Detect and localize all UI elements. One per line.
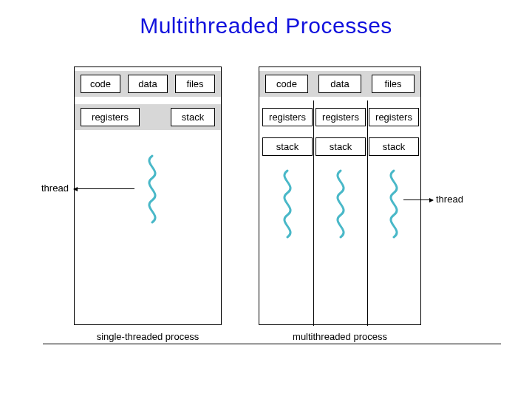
label: stack	[276, 141, 299, 152]
multi-caption: multithreaded process	[259, 331, 421, 342]
single-thread-squiggle-icon	[145, 156, 160, 222]
label: registers	[375, 112, 412, 123]
multi-stack-1: stack	[262, 137, 313, 156]
single-stack-cell: stack	[171, 108, 215, 126]
single-caption: single-threaded process	[74, 331, 222, 342]
label: stack	[330, 141, 352, 152]
label: data	[330, 78, 349, 89]
slide-title: Multithreaded Processes	[0, 0, 532, 44]
multi-vline-1	[313, 100, 314, 326]
label: registers	[92, 112, 129, 123]
multi-thread-label: thread	[436, 194, 463, 205]
multi-files-cell: files	[372, 75, 415, 93]
single-thread-label: thread	[41, 183, 69, 194]
multi-thread-squiggle-1-icon	[280, 171, 295, 237]
label: code	[276, 78, 297, 89]
multi-registers-2: registers	[316, 108, 366, 126]
multi-stack-2: stack	[316, 137, 366, 156]
baseline-rule	[43, 344, 501, 344]
multi-stack-3: stack	[369, 137, 419, 156]
multi-thread-squiggle-3-icon	[386, 171, 401, 237]
multi-code-cell: code	[265, 75, 308, 93]
multi-thread-squiggle-2-icon	[333, 171, 348, 237]
single-registers-cell: registers	[81, 108, 140, 126]
label: registers	[269, 112, 306, 123]
multi-vline-2	[367, 100, 368, 326]
single-code-cell: code	[81, 75, 120, 93]
single-files-cell: files	[175, 75, 215, 93]
multi-process-box: code data files registers registers regi…	[259, 66, 421, 325]
label: files	[384, 78, 401, 89]
label: files	[186, 78, 203, 89]
single-data-cell: data	[128, 75, 168, 93]
diagram-stage: code data files registers stack thread s…	[0, 44, 532, 392]
label: data	[138, 78, 157, 89]
label: stack	[383, 141, 405, 152]
multi-registers-1: registers	[262, 108, 313, 126]
label: stack	[182, 112, 204, 123]
single-thread-arrow-icon	[74, 188, 134, 189]
label: code	[90, 78, 111, 89]
label: registers	[322, 112, 359, 123]
multi-thread-arrow-icon	[403, 200, 433, 200]
single-process-box: code data files registers stack	[74, 66, 222, 325]
multi-registers-3: registers	[369, 108, 419, 126]
multi-data-cell: data	[318, 75, 361, 93]
